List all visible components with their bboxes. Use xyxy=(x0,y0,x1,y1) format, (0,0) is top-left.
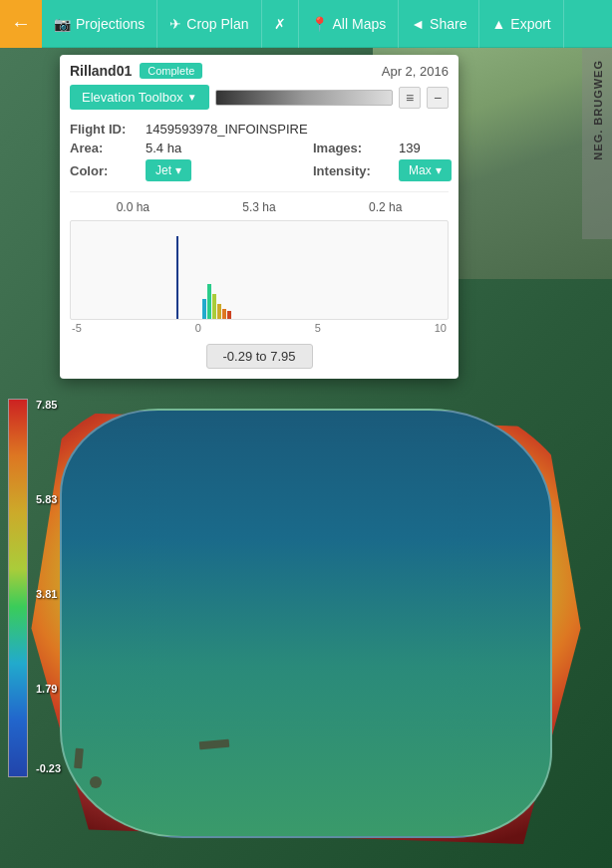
images-label: Images: xyxy=(313,141,393,155)
toolbox-toolbar: Elevation Toolbox ▼ ≡ − xyxy=(60,85,459,118)
nav-label-share: Share xyxy=(430,16,466,32)
intensity-dropdown-button[interactable]: Max ▾ xyxy=(399,159,452,181)
intensity-chevron-icon: ▾ xyxy=(436,163,442,177)
hist-bar-6 xyxy=(227,311,231,319)
nav-label-projections: Projections xyxy=(76,16,145,32)
nav-item-cropplan[interactable]: ✈ Crop Plan xyxy=(157,0,261,48)
nav-label-cropplan: Crop Plan xyxy=(186,16,248,32)
chart-container: 0.0 ha 5.3 ha 0.2 ha -5 0 5 10 xyxy=(70,191,449,334)
hist-bar-5 xyxy=(222,309,226,319)
chart-stat-right: 0.2 ha xyxy=(369,200,402,214)
scale-label-2: 3.81 xyxy=(36,588,57,600)
export-icon: ▲ xyxy=(491,16,505,32)
scroll-icon: ≡ xyxy=(406,90,414,106)
share-icon: ◄ xyxy=(411,16,425,32)
nav-item-share[interactable]: ◄ Share xyxy=(399,0,479,48)
nav-label-export: Export xyxy=(510,16,550,32)
range-value: -0.29 to 7.95 xyxy=(206,344,313,369)
chart-stats: 0.0 ha 5.3 ha 0.2 ha xyxy=(70,200,449,214)
color-value: Jet xyxy=(155,163,171,177)
hist-bar-1 xyxy=(202,299,206,319)
hist-bar-4 xyxy=(217,304,221,319)
road-label: NEG. BRUGWEG xyxy=(592,60,604,160)
histogram-vertical-line xyxy=(176,236,178,319)
elevation-map xyxy=(0,389,612,868)
axis-label-10: 10 xyxy=(435,322,447,334)
intensity-label: Intensity: xyxy=(313,163,393,178)
panel-date: Apr 2, 2016 xyxy=(382,64,449,79)
scale-label-min: -0.23 xyxy=(36,762,61,774)
plane-icon: ✈ xyxy=(169,16,181,32)
scale-label-max: 7.85 xyxy=(36,399,57,411)
camera-icon: 📷 xyxy=(54,16,71,32)
panel-info: Flight ID: 1459593978_INFOINSPIRE Area: … xyxy=(60,118,459,187)
nav-label-allmaps: All Maps xyxy=(333,16,387,32)
intensity-button-cell: Max ▾ xyxy=(399,159,449,181)
map-pin-icon: 📍 xyxy=(311,16,328,32)
x-icon: ✗ xyxy=(274,16,286,32)
chart-axis: -5 0 5 10 xyxy=(70,320,449,334)
histogram-area xyxy=(70,220,449,320)
color-label: Color: xyxy=(70,163,140,178)
color-scale: 7.85 5.83 3.81 1.79 -0.23 xyxy=(8,399,33,837)
color-chevron-icon: ▾ xyxy=(175,163,181,177)
axis-label-5: 5 xyxy=(315,322,321,334)
terrain-inner xyxy=(60,409,552,838)
chart-stat-left: 0.0 ha xyxy=(117,200,150,214)
collapse-button[interactable]: − xyxy=(427,87,449,109)
scale-label-3: 1.79 xyxy=(36,683,57,695)
scale-label-1: 5.83 xyxy=(36,493,57,505)
area-value: 5.4 ha xyxy=(146,141,307,155)
collapse-icon: − xyxy=(434,90,442,106)
back-arrow-icon: ← xyxy=(11,12,31,35)
flight-id-label: Flight ID: xyxy=(70,122,140,137)
hist-bar-2 xyxy=(207,284,211,319)
toolbox-chevron-icon: ▼ xyxy=(187,92,197,103)
panel-title-row: Rilland01 Complete xyxy=(70,63,202,79)
histogram-bars xyxy=(202,290,231,319)
toolbox-dropdown-button[interactable]: Elevation Toolbox ▼ xyxy=(70,85,209,110)
axis-label-0: 0 xyxy=(195,322,201,334)
nav-item-allmaps[interactable]: 📍 All Maps xyxy=(299,0,400,48)
nav-bar: ← 📷 Projections ✈ Crop Plan ✗ 📍 All Maps… xyxy=(0,0,612,48)
intensity-value: Max xyxy=(409,163,432,177)
panel-header: Rilland01 Complete Apr 2, 2016 xyxy=(60,55,459,85)
chart-stat-center: 5.3 ha xyxy=(242,200,275,214)
images-value: 139 xyxy=(399,141,449,155)
status-badge: Complete xyxy=(140,63,202,79)
nav-item-xtool[interactable]: ✗ xyxy=(262,0,299,48)
hist-bar-3 xyxy=(212,294,216,319)
color-button-cell: Jet ▾ xyxy=(146,159,307,181)
color-scale-bar xyxy=(8,399,28,777)
toolbox-panel: Rilland01 Complete Apr 2, 2016 Elevation… xyxy=(60,55,459,379)
scroll-button[interactable]: ≡ xyxy=(399,87,421,109)
slider-container xyxy=(215,90,393,106)
area-label: Area: xyxy=(70,141,140,155)
terrain-object xyxy=(90,776,102,788)
opacity-slider[interactable] xyxy=(215,90,393,106)
nav-item-export[interactable]: ▲ Export xyxy=(479,0,563,48)
site-name: Rilland01 xyxy=(70,63,132,79)
nav-item-projections[interactable]: 📷 Projections xyxy=(42,0,157,48)
color-dropdown-button[interactable]: Jet ▾ xyxy=(146,159,191,181)
range-display: -0.29 to 7.95 xyxy=(60,338,459,371)
back-button[interactable]: ← xyxy=(0,0,42,48)
toolbox-label: Elevation Toolbox xyxy=(82,90,183,105)
flight-id-value: 1459593978_INFOINSPIRE xyxy=(146,122,449,137)
axis-label-neg5: -5 xyxy=(72,322,82,334)
